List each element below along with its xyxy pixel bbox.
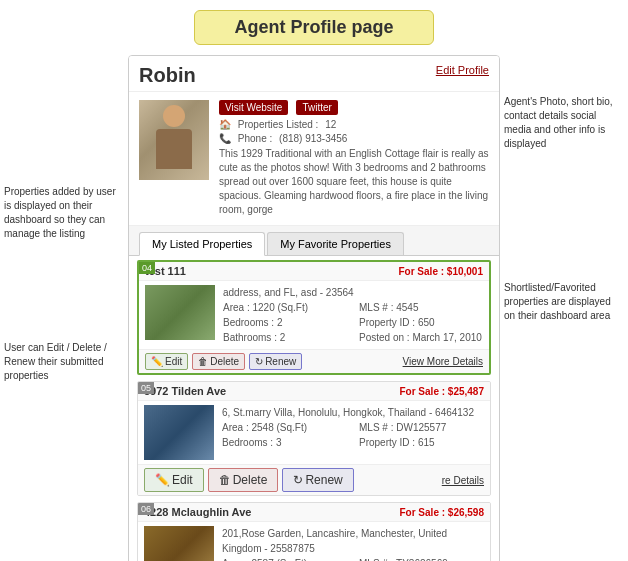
agent-phone: 📞 Phone : (818) 913-3456 <box>219 133 489 144</box>
listing-meta: 6, St.marry Villa, Honolulu, Hongkok, Th… <box>222 405 484 460</box>
tab-my-listed[interactable]: My Listed Properties <box>139 232 265 256</box>
listing-header: 4228 Mclaughlin Ave For Sale : $26,598 <box>138 503 490 522</box>
listing-image <box>144 526 214 561</box>
agent-properties-listed: 🏠 Properties Listed : 12 <box>219 119 489 130</box>
listing-image <box>144 405 214 460</box>
annotation-edit-delete: User can Edit / Delete / Renew their sub… <box>4 341 124 383</box>
view-more-link[interactable]: re Details <box>442 475 484 486</box>
agent-name: Robin <box>139 64 196 87</box>
agent-photo <box>139 100 209 180</box>
listing-item: 06 4228 Mclaughlin Ave For Sale : $26,59… <box>137 502 491 561</box>
annotation-properties-added: Properties added by user is displayed on… <box>4 185 124 241</box>
properties-icon: 🏠 <box>219 119 231 130</box>
listing-title: 4228 Mclaughlin Ave <box>144 506 251 518</box>
delete-button[interactable]: 🗑 Delete <box>192 353 245 370</box>
listing-price: For Sale : $10,001 <box>398 266 483 277</box>
listing-image <box>145 285 215 340</box>
delete-button[interactable]: 🗑 Delete <box>208 468 279 492</box>
listing-header: test 111 For Sale : $10,001 <box>139 262 489 281</box>
page-title: Agent Profile page <box>194 10 434 45</box>
profile-card: Robin Edit Profile Visit Website Twitter <box>128 55 500 561</box>
listing-header: 3972 Tilden Ave For Sale : $25,487 <box>138 382 490 401</box>
edit-profile-link[interactable]: Edit Profile <box>436 64 489 76</box>
listing-title: 3972 Tilden Ave <box>144 385 226 397</box>
annotation-shortlisted: Shortlisted/Favorited properties are dis… <box>504 281 624 323</box>
left-annotations: Properties added by user is displayed on… <box>4 55 124 561</box>
renew-button[interactable]: ↻ Renew <box>282 468 353 492</box>
agent-links: Visit Website Twitter <box>219 100 489 115</box>
listing-badge: 05 <box>138 382 154 394</box>
listing-badge: 06 <box>138 503 154 515</box>
tabs-row: My Listed Properties My Favorite Propert… <box>129 226 499 256</box>
listing-actions: ✏️ Edit 🗑 Delete ↻ Renew re Details <box>138 464 490 495</box>
listing-badge: 04 <box>139 262 155 274</box>
renew-button[interactable]: ↻ Renew <box>249 353 302 370</box>
tab-my-favorite[interactable]: My Favorite Properties <box>267 232 404 255</box>
listing-body: 201,Rose Garden, Lancashire, Manchester,… <box>138 522 490 561</box>
listing-item: 05 3972 Tilden Ave For Sale : $25,487 6,… <box>137 381 491 496</box>
view-more-link[interactable]: View More Details <box>403 356 483 367</box>
agent-details: Visit Website Twitter 🏠 Properties Liste… <box>219 100 489 217</box>
edit-button[interactable]: ✏️ Edit <box>145 353 188 370</box>
listing-item: 04 test 111 For Sale : $10,001 address, … <box>137 260 491 375</box>
listing-price: For Sale : $25,487 <box>399 386 484 397</box>
listings-container: 04 test 111 For Sale : $10,001 address, … <box>129 256 499 561</box>
visit-website-button[interactable]: Visit Website <box>219 100 288 115</box>
listing-price: For Sale : $26,598 <box>399 507 484 518</box>
edit-button[interactable]: ✏️ Edit <box>144 468 204 492</box>
person-silhouette <box>149 105 199 175</box>
twitter-button[interactable]: Twitter <box>296 100 337 115</box>
agent-header: Robin Edit Profile <box>129 56 499 92</box>
phone-icon: 📞 <box>219 133 231 144</box>
listing-meta: address, and FL, asd - 23564 Area : 1220… <box>223 285 483 345</box>
listing-body: address, and FL, asd - 23564 Area : 1220… <box>139 281 489 349</box>
annotation-agent-photo: Agent's Photo, short bio, contact detail… <box>504 95 624 151</box>
agent-info-section: Visit Website Twitter 🏠 Properties Liste… <box>129 92 499 226</box>
listing-body: 6, St.marry Villa, Honolulu, Hongkok, Th… <box>138 401 490 464</box>
listing-meta: 201,Rose Garden, Lancashire, Manchester,… <box>222 526 484 561</box>
agent-bio: This 1929 Traditional with an English Co… <box>219 147 489 217</box>
right-annotations: Agent's Photo, short bio, contact detail… <box>504 55 624 561</box>
listing-actions: ✏️ Edit 🗑 Delete ↻ Renew View More Detai… <box>139 349 489 373</box>
